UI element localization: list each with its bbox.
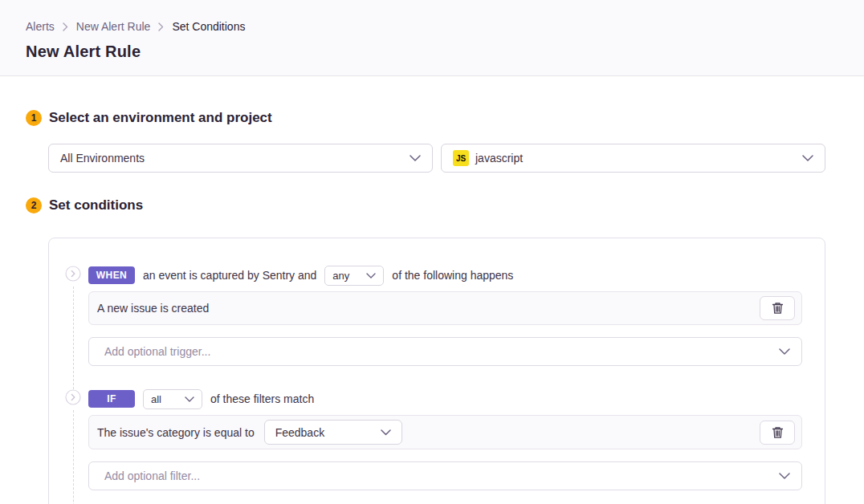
- breadcrumb: Alerts New Alert Rule Set Conditions: [26, 20, 838, 33]
- chevron-down-icon: [381, 429, 391, 436]
- delete-trigger-button[interactable]: [760, 296, 795, 320]
- breadcrumb-alerts[interactable]: Alerts: [26, 20, 55, 33]
- chevron-down-icon: [366, 273, 376, 278]
- trash-icon: [772, 302, 784, 315]
- add-filter-select[interactable]: Add optional filter...: [88, 461, 802, 490]
- conditions-panel: WHEN an event is captured by Sentry and …: [48, 238, 825, 504]
- if-match-value: all: [151, 393, 161, 405]
- project-select-value: javascript: [475, 152, 523, 165]
- filter-rule-label: The issue's category is equal to: [97, 426, 255, 439]
- add-trigger-placeholder: Add optional trigger...: [104, 345, 210, 358]
- step2-title: Set conditions: [49, 197, 143, 213]
- if-match-select[interactable]: all: [143, 389, 202, 409]
- if-gutter: [65, 389, 81, 504]
- javascript-platform-icon: JS: [453, 150, 469, 166]
- when-match-select[interactable]: any: [324, 266, 384, 286]
- when-match-value: any: [332, 270, 349, 282]
- node-chevron-circle-icon: [65, 266, 81, 282]
- add-trigger-select[interactable]: Add optional trigger...: [88, 337, 802, 366]
- step2-number-badge: 2: [26, 197, 42, 213]
- filter-category-select[interactable]: Feedback: [264, 420, 402, 445]
- step1-number-badge: 1: [26, 110, 42, 126]
- add-filter-placeholder: Add optional filter...: [104, 469, 200, 482]
- breadcrumb-new-alert-rule[interactable]: New Alert Rule: [76, 20, 151, 33]
- if-section: IF all of these filters match The issue'…: [65, 389, 802, 504]
- environment-select-value: All Environments: [60, 152, 145, 165]
- step-connector-line: [73, 410, 74, 504]
- page-header: Alerts New Alert Rule Set Conditions New…: [0, 0, 864, 76]
- if-badge: IF: [88, 390, 135, 408]
- if-text-after: of these filters match: [210, 392, 314, 405]
- page-title: New Alert Rule: [26, 43, 838, 61]
- chevron-down-icon: [779, 473, 790, 479]
- chevron-down-icon: [410, 155, 421, 161]
- filter-category-value: Feedback: [275, 426, 324, 439]
- chevron-down-icon: [185, 396, 194, 402]
- chevron-down-icon: [802, 155, 813, 161]
- when-badge: WHEN: [88, 266, 135, 284]
- step-connector-line: [73, 287, 74, 389]
- step1-heading: 1 Select an environment and project: [26, 110, 864, 126]
- when-text-after: of the following happens: [392, 269, 513, 282]
- step1-title: Select an environment and project: [49, 110, 272, 126]
- project-select[interactable]: JS javascript: [441, 144, 825, 173]
- when-gutter: [65, 266, 81, 389]
- when-section: WHEN an event is captured by Sentry and …: [65, 266, 802, 389]
- chevron-right-icon: [158, 22, 164, 31]
- delete-filter-button[interactable]: [760, 421, 795, 445]
- environment-select[interactable]: All Environments: [48, 144, 433, 173]
- trigger-rule-label: A new issue is created: [97, 302, 209, 315]
- when-header: WHEN an event is captured by Sentry and …: [88, 266, 802, 285]
- filter-rule-row: The issue's category is equal to Feedbac…: [88, 415, 802, 449]
- if-header: IF all of these filters match: [88, 389, 802, 408]
- chevron-right-icon: [63, 22, 68, 31]
- breadcrumb-set-conditions: Set Conditions: [172, 20, 245, 33]
- node-chevron-circle-icon: [65, 389, 81, 405]
- trigger-rule-row: A new issue is created: [88, 291, 802, 325]
- trash-icon: [772, 426, 784, 439]
- step2-heading: 2 Set conditions: [26, 197, 864, 213]
- chevron-down-icon: [779, 348, 790, 355]
- when-text-before: an event is captured by Sentry and: [143, 269, 316, 282]
- environment-project-row: All Environments JS javascript: [48, 144, 825, 173]
